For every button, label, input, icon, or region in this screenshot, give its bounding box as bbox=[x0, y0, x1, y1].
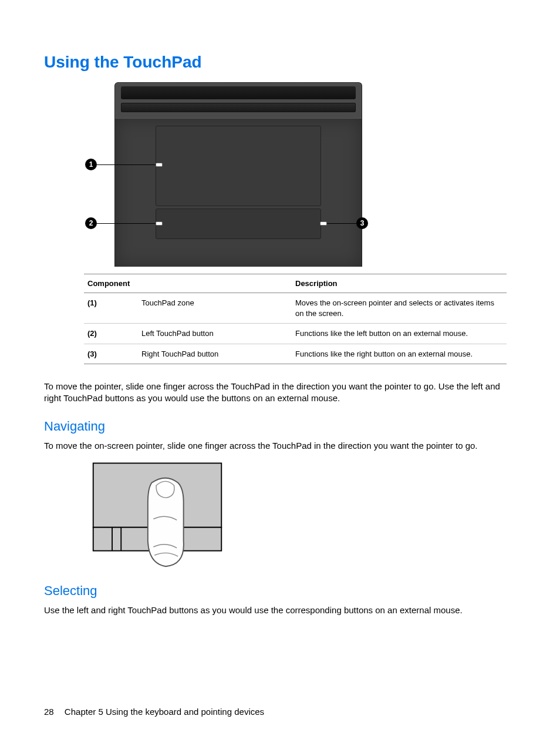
laptop-body bbox=[114, 82, 362, 267]
callout-1-number: 1 bbox=[85, 159, 97, 170]
callout-1-leader bbox=[97, 164, 156, 165]
callout-2: 2 bbox=[85, 217, 163, 229]
page-heading: Using the TouchPad bbox=[44, 53, 516, 72]
page-number: 28 bbox=[44, 707, 54, 717]
heading-selecting: Selecting bbox=[44, 583, 516, 599]
figure-touchpad: 1 2 3 bbox=[103, 82, 367, 267]
cell-name: TouchPad zone bbox=[138, 293, 292, 324]
paragraph-navigating: To move the on-screen pointer, slide one… bbox=[44, 440, 516, 452]
figure-navigating bbox=[84, 458, 231, 569]
cell-desc: Functions like the right button on an ex… bbox=[292, 344, 507, 364]
heading-navigating: Navigating bbox=[44, 419, 516, 434]
callout-3: 3 bbox=[320, 217, 368, 229]
table-row: (2) Left TouchPad button Functions like … bbox=[84, 324, 507, 344]
callout-2-leader bbox=[97, 223, 156, 224]
callout-1-end bbox=[156, 163, 163, 167]
paragraph-intro: To move the pointer, slide one finger ac… bbox=[44, 381, 516, 405]
callout-2-end bbox=[156, 221, 163, 226]
table-row: (1) TouchPad zone Moves the on-screen po… bbox=[84, 293, 507, 324]
callout-3-leader bbox=[327, 223, 356, 224]
cell-num: (1) bbox=[84, 293, 138, 324]
cell-num: (3) bbox=[84, 344, 138, 364]
keyboard-bar bbox=[121, 103, 356, 112]
callout-3-number: 3 bbox=[356, 217, 368, 229]
callout-2-number: 2 bbox=[85, 217, 97, 229]
touchpad-zone-graphic bbox=[156, 126, 321, 206]
paragraph-selecting: Use the left and right TouchPad buttons … bbox=[44, 604, 516, 616]
cell-name: Left TouchPad button bbox=[138, 324, 292, 344]
touchpad-buttons-graphic bbox=[156, 209, 321, 239]
callout-3-end bbox=[320, 221, 327, 226]
chapter-title: Chapter 5 Using the keyboard and pointin… bbox=[65, 707, 264, 717]
callout-1: 1 bbox=[85, 159, 163, 170]
page-footer: 28 Chapter 5 Using the keyboard and poin… bbox=[44, 707, 264, 717]
th-component: Component bbox=[84, 274, 292, 293]
component-table: Component Description (1) TouchPad zone … bbox=[84, 274, 507, 364]
keyboard-hinge bbox=[121, 86, 356, 99]
table-row: (3) Right TouchPad button Functions like… bbox=[84, 344, 507, 364]
cell-desc: Moves the on-screen pointer and selects … bbox=[292, 293, 507, 324]
palmrest bbox=[115, 118, 362, 267]
th-description: Description bbox=[292, 274, 507, 293]
cell-num: (2) bbox=[84, 324, 138, 344]
cell-desc: Functions like the left button on an ext… bbox=[292, 324, 507, 344]
cell-name: Right TouchPad button bbox=[138, 344, 292, 364]
